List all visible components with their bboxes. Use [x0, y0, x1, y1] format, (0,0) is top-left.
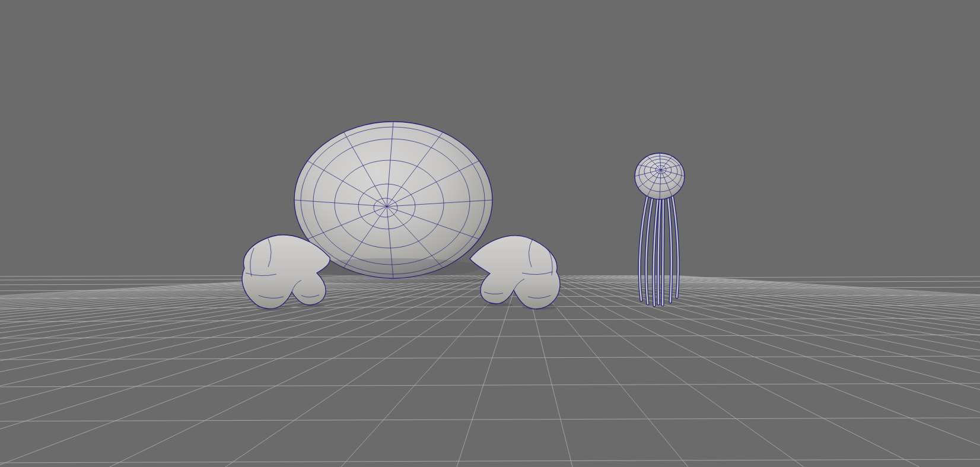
octopus-head[interactable]: [635, 153, 685, 199]
viewport-background[interactable]: [0, 0, 980, 467]
scene: 3D modeling viewport: [0, 0, 980, 467]
crab-left-claw[interactable]: [242, 235, 330, 311]
viewport-3d[interactable]: 3D modeling viewport: [0, 0, 980, 467]
